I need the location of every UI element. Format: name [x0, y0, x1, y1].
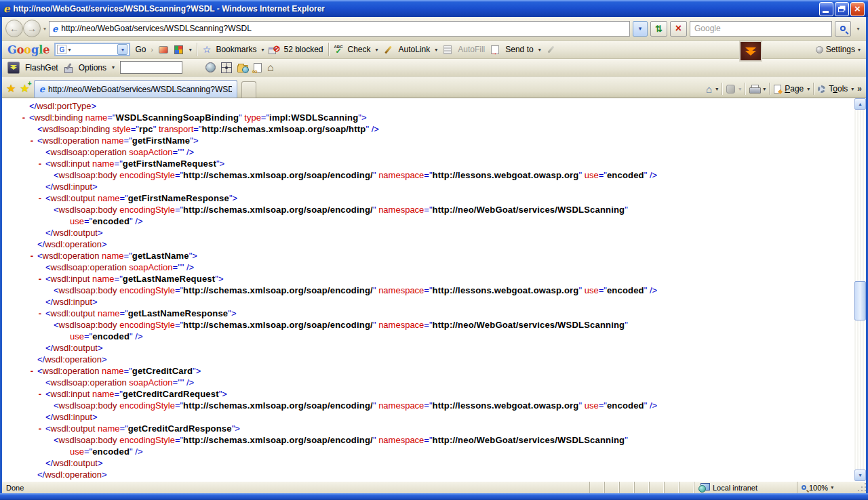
page-menu-button[interactable]: Page: [785, 84, 804, 93]
resize-grip[interactable]: [856, 482, 866, 493]
scroll-down-button[interactable]: ▾: [854, 470, 866, 481]
autolink-label[interactable]: AutoLink: [399, 45, 431, 54]
sendto-button[interactable]: [490, 44, 500, 55]
forward-button[interactable]: →: [23, 20, 41, 37]
collapse-marker[interactable]: -: [37, 273, 43, 285]
vertical-scrollbar[interactable]: ▴ ▾: [854, 98, 866, 481]
check-button[interactable]: Check: [348, 45, 371, 54]
url-text[interactable]: http://neo/WebGoat/services/WSDLScanning…: [61, 24, 627, 33]
status-pane: [619, 482, 634, 493]
collapse-marker[interactable]: -: [37, 192, 43, 204]
google-combo-dropdown[interactable]: ▾: [117, 44, 127, 55]
add-favorite-button[interactable]: ★ +: [20, 82, 29, 95]
tools-dropdown[interactable]: ▾: [851, 86, 854, 92]
collapse-marker[interactable]: -: [37, 158, 43, 169]
chevron-down-icon: ▾: [856, 26, 859, 32]
flashget-search-input[interactable]: [120, 61, 182, 74]
news-icon: [159, 46, 168, 54]
zoom-dropdown[interactable]: ▾: [831, 484, 833, 491]
settings-orb-icon: [816, 46, 823, 54]
tools-menu-button[interactable]: Tools: [829, 84, 848, 93]
page-dropdown[interactable]: ▾: [807, 86, 810, 92]
flashget-button[interactable]: FlashGet: [25, 63, 58, 72]
popup-blocked-button[interactable]: 52 blocked: [283, 45, 323, 54]
autolink-dropdown[interactable]: ▾: [435, 47, 437, 53]
check-dropdown[interactable]: ▾: [376, 47, 378, 53]
xml-line: </wsdl:output>: [2, 457, 852, 469]
form-icon: [443, 45, 452, 54]
pagerank-dropdown[interactable]: ▾: [189, 47, 192, 53]
google-news-button[interactable]: [158, 44, 169, 55]
options-button[interactable]: Options: [79, 63, 106, 72]
toolbar-separator: [813, 83, 814, 95]
print-button[interactable]: [749, 85, 760, 93]
close-button[interactable]: ×: [850, 2, 865, 16]
settings-button[interactable]: Settings: [826, 45, 855, 54]
sendto-label[interactable]: Send to: [505, 45, 533, 54]
zoom-magnifier-icon: [802, 485, 806, 490]
xml-tree: </wsdl:portType>-<wsdl:binding name="WSD…: [2, 100, 852, 481]
download-folder-icon[interactable]: [237, 65, 248, 72]
download-links-icon[interactable]: [254, 63, 262, 72]
search-input[interactable]: Google: [690, 21, 832, 37]
favorites-center-button[interactable]: ★: [6, 82, 16, 95]
status-text: Done: [6, 484, 24, 492]
google-go-button[interactable]: Go: [135, 45, 146, 54]
scroll-up-button[interactable]: ▴: [854, 98, 866, 110]
toolbar-collapse-icon[interactable]: ›: [151, 46, 153, 54]
bookmarks-star-icon: ☆: [203, 44, 212, 55]
xml-line: <wsdlsoap:body encodingStyle="http://sch…: [2, 319, 852, 331]
chevron-down-icon[interactable]: ▾: [68, 47, 71, 53]
web-search-icon[interactable]: [205, 62, 216, 72]
home-button[interactable]: ⌂: [706, 84, 712, 94]
xml-line: -<wsdl:operation name="getCreditCard">: [2, 365, 852, 377]
home-dropdown[interactable]: ▾: [715, 86, 718, 92]
zoom-control[interactable]: 100% ▾: [797, 482, 856, 493]
search-options-dropdown[interactable]: ▾: [854, 21, 863, 37]
settings-dropdown[interactable]: ▾: [858, 47, 861, 53]
window-title: http://neo/WebGoat/services/WSDLScanning…: [14, 4, 816, 14]
minimize-button[interactable]: [819, 2, 833, 16]
google-toolbar: Google G ▾ ▾ Go › ▾ ☆ Bookmarks ▾ ⊘ 52 b…: [2, 41, 866, 59]
google-search-combo[interactable]: G ▾ ▾: [54, 43, 130, 56]
collapse-marker[interactable]: -: [20, 112, 27, 123]
sendto-dropdown[interactable]: ▾: [538, 47, 541, 53]
collapse-marker[interactable]: -: [28, 250, 35, 262]
status-pane: [604, 482, 619, 493]
collapse-marker[interactable]: -: [28, 135, 35, 146]
options-dropdown[interactable]: ▾: [112, 64, 115, 70]
history-dropdown[interactable]: ▾: [43, 26, 46, 32]
new-tab-button[interactable]: [241, 81, 256, 98]
restore-button[interactable]: [835, 2, 849, 16]
google-g-icon: G: [57, 45, 66, 54]
back-button[interactable]: ←: [5, 20, 23, 37]
stop-button[interactable]: ×: [670, 21, 687, 37]
collapse-marker[interactable]: -: [28, 365, 35, 377]
collapse-marker[interactable]: -: [37, 423, 43, 434]
flashget-home-icon[interactable]: ⌂: [267, 62, 274, 73]
xml-line: </wsdl:input>: [2, 411, 852, 423]
flashget-drop-zone[interactable]: [739, 41, 762, 62]
chevron-down-icon: ▾: [121, 47, 124, 53]
bookmarks-dropdown[interactable]: ▾: [261, 47, 264, 53]
address-dropdown-button[interactable]: ▾: [633, 21, 648, 37]
title-bar[interactable]: e http://neo/WebGoat/services/WSDLScanni…: [0, 0, 868, 17]
print-dropdown[interactable]: ▾: [763, 86, 766, 92]
bookmarks-button[interactable]: Bookmarks: [216, 45, 256, 54]
active-tab[interactable]: e http://neo/WebGoat/services/WSDLScanni…: [34, 80, 237, 98]
scrollbar-thumb[interactable]: [854, 281, 866, 320]
xml-line: -<wsdl:input name="getLastNameRequest">: [2, 273, 852, 285]
collapse-marker[interactable]: -: [37, 308, 43, 319]
refresh-button[interactable]: ⇅: [650, 21, 667, 37]
capture-target-icon[interactable]: [221, 62, 232, 73]
pagerank-button[interactable]: [174, 44, 184, 55]
toolbar-overflow-button[interactable]: »: [857, 84, 862, 93]
collapse-marker[interactable]: -: [37, 388, 43, 400]
chevron-down-icon: ▾: [639, 25, 642, 32]
search-go-button[interactable]: [835, 21, 851, 37]
xml-line: </wsdl:portType>: [2, 100, 852, 112]
address-bar[interactable]: e http://neo/WebGoat/services/WSDLScanni…: [49, 21, 630, 37]
autolink-button[interactable]: [383, 44, 394, 55]
zone-label: Local intranet: [713, 484, 757, 492]
xml-line: <wsdlsoap:body encodingStyle="http://sch…: [2, 434, 852, 446]
